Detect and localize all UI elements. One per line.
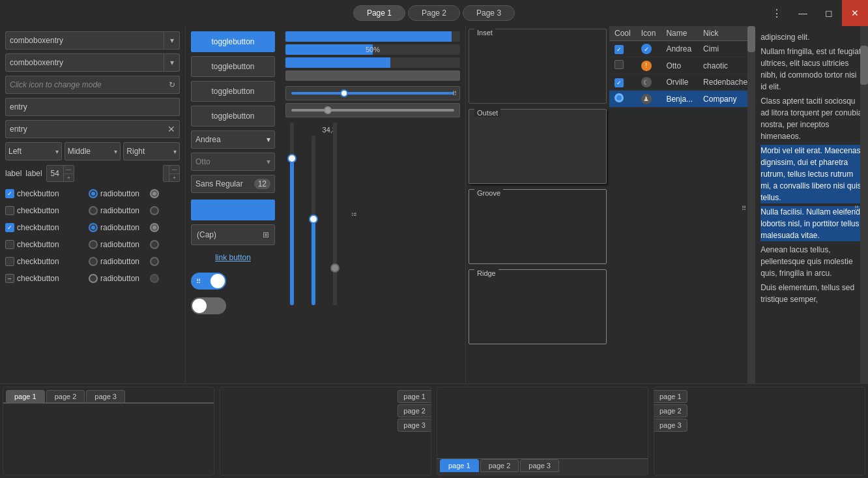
table-row[interactable]: ! Otto chaotic	[609, 57, 755, 74]
font-selector[interactable]: Sans Regular 12	[191, 175, 275, 193]
dropdown-middle[interactable]: Middle ▾	[65, 142, 121, 160]
vscale-1-track[interactable]	[290, 123, 294, 305]
checkbox-3[interactable]: checkbutton	[5, 223, 83, 232]
checkbox-1[interactable]: checkbutton	[5, 189, 83, 198]
spinbox1-increment[interactable]: +	[63, 174, 74, 182]
table-row[interactable]: ✓ Andrea Cimi	[609, 41, 755, 57]
entry2-clear-button[interactable]: ✕	[167, 124, 175, 134]
color-button[interactable]	[191, 200, 275, 220]
radio-indicator-5	[150, 257, 159, 266]
text-line-3: Class aptent taciti sociosqu ad litora t…	[760, 95, 863, 142]
bottom-p3-tab2[interactable]: page 2	[480, 459, 519, 472]
bottom-p2-tab1[interactable]: page 1	[398, 390, 431, 403]
close-button[interactable]: ✕	[842, 0, 868, 26]
radio-ctrl-1[interactable]	[89, 189, 98, 198]
tab-page3[interactable]: Page 3	[463, 5, 515, 21]
bottom-p4-tab2[interactable]: page 2	[654, 404, 687, 417]
color-spinbox-decrement[interactable]: —	[169, 166, 179, 174]
radio-ctrl-5[interactable]	[89, 257, 98, 266]
click-icon-row[interactable]: Click icon to change mode ↻	[5, 76, 180, 94]
link-button[interactable]: link button	[191, 249, 275, 266]
combobox2-arrow[interactable]: ▾	[164, 54, 179, 71]
row4-radio[interactable]	[615, 93, 624, 102]
hscale-1-track	[291, 92, 454, 95]
vscale-1-fill	[290, 159, 294, 305]
radio-5[interactable]: radiobutton	[89, 257, 139, 266]
dropdown-left[interactable]: Left ▾	[5, 142, 62, 160]
checkbox-ctrl-1[interactable]	[5, 189, 14, 198]
checkbox-ctrl-5[interactable]	[5, 257, 14, 266]
table-scrollbar[interactable]	[747, 26, 755, 383]
hscale-1-handle	[340, 89, 348, 97]
radio-2[interactable]: radiobutton	[89, 206, 139, 215]
dropdown-right[interactable]: Right ▾	[123, 142, 180, 160]
combobox2[interactable]: comboboxentry ▾	[5, 53, 180, 72]
hscale-2[interactable]	[285, 103, 460, 117]
bottom-p2-tab3[interactable]: page 3	[398, 419, 431, 432]
dropdown-otto[interactable]: Otto ▾	[191, 153, 275, 171]
hscale-1[interactable]: ⠿	[285, 86, 460, 100]
checkbox-ctrl-2[interactable]	[5, 206, 14, 215]
check-radio-row-3: checkbutton radiobutton	[5, 220, 180, 235]
row3-nick: Redenbacher	[698, 74, 755, 91]
color-spinbox-increment[interactable]: +	[169, 174, 179, 182]
tab-page2[interactable]: Page 2	[408, 5, 460, 21]
bottom-p3-tab1[interactable]: page 1	[440, 459, 479, 472]
bottom-p4-tab1[interactable]: page 1	[654, 390, 687, 403]
row3-cool	[609, 74, 636, 91]
toggle-btn-3[interactable]: togglebutton	[191, 81, 275, 102]
checkbox-ctrl-6[interactable]	[5, 274, 14, 283]
tab-page1[interactable]: Page 1	[353, 5, 405, 21]
toggle-switch-1-icon: ⠿	[196, 278, 201, 285]
radio-ctrl-3[interactable]	[89, 223, 98, 232]
entry1[interactable]: entry	[5, 98, 180, 116]
checkbox-5[interactable]: checkbutton	[5, 257, 83, 266]
checkbox-2[interactable]: checkbutton	[5, 206, 83, 215]
minimize-button[interactable]: —	[790, 0, 816, 26]
toggle-switch-1[interactable]: ⠿	[191, 273, 226, 290]
row3-checkbox[interactable]	[615, 78, 624, 87]
radio-4[interactable]: radiobutton	[89, 240, 139, 249]
restore-button[interactable]: ◻	[816, 0, 842, 26]
color-spinbox[interactable]: — +	[163, 165, 180, 182]
combobox1[interactable]: comboboxentry ▾	[5, 31, 180, 50]
toggle-btn-1[interactable]: togglebutton	[191, 31, 275, 52]
refresh-icon[interactable]: ↻	[169, 80, 175, 89]
radio-6[interactable]: radiobutton	[89, 274, 139, 283]
spinbox1-decrement[interactable]: —	[63, 166, 74, 174]
cap-row[interactable]: (Cap) ⊞	[191, 224, 275, 245]
vscale-3-track[interactable]	[333, 123, 337, 305]
checkbox-4[interactable]: checkbutton	[5, 240, 83, 249]
bottom-p4-tab3[interactable]: page 3	[654, 419, 687, 432]
combobox1-arrow[interactable]: ▾	[164, 32, 179, 49]
table-row[interactable]: ☾ Orville Redenbacher	[609, 74, 755, 91]
bottom-p3-tab3[interactable]: page 3	[520, 459, 559, 472]
row4-icon: ♟	[636, 91, 661, 108]
radio-ctrl-6[interactable]	[89, 274, 98, 283]
row1-checkbox[interactable]	[615, 45, 624, 54]
row3-icon: ☾	[636, 74, 661, 91]
entry2[interactable]: entry ✕	[5, 120, 180, 138]
checkbox-6[interactable]: checkbutton	[5, 274, 83, 283]
vscale-2-track[interactable]	[311, 136, 315, 305]
dropdown-andrea[interactable]: Andrea ▾	[191, 130, 275, 149]
checkbox-ctrl-4[interactable]	[5, 240, 14, 249]
bottom-p1-tab2[interactable]: page 2	[46, 390, 85, 402]
checkbox-ctrl-3[interactable]	[5, 223, 14, 232]
bottom-p1-tab1[interactable]: page 1	[6, 390, 45, 402]
radio-ctrl-2[interactable]	[89, 206, 98, 215]
row2-checkbox[interactable]	[615, 60, 624, 69]
spinbox1[interactable]: 54 — +	[46, 165, 74, 182]
toggle-btn-2[interactable]: togglebutton	[191, 56, 275, 77]
bottom-p1-tab3[interactable]: page 3	[86, 390, 125, 402]
radio-1[interactable]: radiobutton	[89, 189, 139, 198]
menu-button[interactable]: ⋮	[764, 0, 790, 26]
radio-3[interactable]: radiobutton	[89, 223, 139, 232]
row3-name: Orville	[661, 74, 698, 91]
table-row[interactable]: ♟ Benja... Company	[609, 91, 755, 108]
text-scrollbar[interactable]	[860, 26, 868, 383]
radio-ctrl-4[interactable]	[89, 240, 98, 249]
toggle-switch-2[interactable]	[191, 297, 226, 314]
bottom-p2-tab2[interactable]: page 2	[398, 404, 431, 417]
toggle-btn-4[interactable]: togglebutton	[191, 106, 275, 127]
